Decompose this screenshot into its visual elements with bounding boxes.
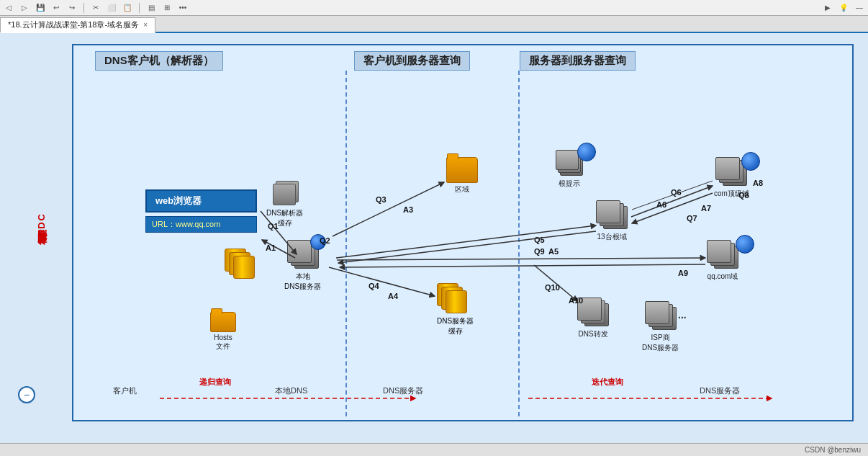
svg-text:A4: A4 <box>388 292 399 300</box>
browser-box: web浏览器 <box>145 189 257 213</box>
forward-icon[interactable]: ▷ <box>19 2 30 14</box>
svg-line-29 <box>534 265 577 301</box>
run-icon[interactable]: ▶ <box>822 2 833 14</box>
svg-text:Q9: Q9 <box>534 247 545 256</box>
svg-text:Q6: Q6 <box>671 188 682 197</box>
save-icon[interactable]: 💾 <box>35 2 46 14</box>
credit-text: CSDN @benziwu <box>805 446 861 454</box>
section-middle-header: 客户机到服务器查询 <box>354 51 470 71</box>
svg-text:A5: A5 <box>548 247 559 256</box>
bottom-label-dns-server: DNS服务器 <box>383 385 423 396</box>
root-13-server-icon: 13台根域 <box>596 200 628 242</box>
svg-text:A6: A6 <box>656 200 666 209</box>
back-icon[interactable]: ◁ <box>3 2 14 14</box>
minus-icon[interactable]: — <box>854 2 865 14</box>
zoom-out-button[interactable]: − <box>18 386 35 403</box>
active-tab[interactable]: *18.云计算战战课堂-第18章-域名服务 × <box>0 17 155 33</box>
bottom-label-client: 客户机 <box>113 385 137 396</box>
divider-left <box>345 71 347 416</box>
svg-text:A3: A3 <box>403 205 413 214</box>
svg-text:Q5: Q5 <box>534 236 545 244</box>
paste-icon[interactable]: 📋 <box>122 2 133 14</box>
com-globe-icon <box>741 152 760 171</box>
table-icon[interactable]: ⊞ <box>161 2 173 14</box>
bottom-label-local-dns: 本地DNS <box>275 385 307 396</box>
svg-line-22 <box>632 181 713 210</box>
svg-line-25 <box>337 258 705 260</box>
svg-text:Q10: Q10 <box>545 283 560 292</box>
svg-text:A8: A8 <box>753 179 763 187</box>
hosts-file-icon: Hosts文件 <box>210 312 236 352</box>
main-content: 甘肃制衡专的SNDC DNS客户机（解析器） 客户机到服务器查询 服务器到服务器… <box>0 33 868 443</box>
vertical-text: 甘肃制衡专的SNDC <box>35 213 48 254</box>
copy-icon[interactable]: ⬜ <box>106 2 117 14</box>
statusbar: CSDN @benziwu <box>0 443 868 456</box>
redo-icon[interactable]: ↪ <box>66 2 78 14</box>
browser-label: web浏览器 <box>155 195 202 206</box>
iterative-label: 迭代查询 <box>592 377 623 388</box>
svg-text:A7: A7 <box>701 204 711 213</box>
tabbar: *18.云计算战战课堂-第18章-域名服务 × <box>0 16 868 33</box>
dns-forwarder-icon: DNS转发 <box>577 298 609 339</box>
light-icon[interactable]: 💡 <box>838 2 849 14</box>
format-icon[interactable]: ▤ <box>145 2 157 14</box>
url-box: URL：www.qq.com <box>145 216 257 233</box>
tab-close-button[interactable]: × <box>143 21 148 29</box>
arrows-overlay: Q1 A1 Q2 Q3 A3 Q4 A4 Q5 A5 Q6 A6 <box>73 45 852 420</box>
resolver-cache-storage <box>225 249 255 280</box>
minus-icon: − <box>24 389 30 401</box>
more-icon[interactable]: ••• <box>177 2 189 14</box>
section-left-header: DNS客户机（解析器） <box>95 51 223 71</box>
svg-text:Q4: Q4 <box>369 282 380 290</box>
svg-line-14 <box>338 231 596 263</box>
isp-dns-server-icon: ISP商DNS服务器 <box>642 301 679 353</box>
undo-icon[interactable]: ↩ <box>50 2 62 14</box>
dns-resolver-cache-icon: DNS解析器缓存 <box>266 181 303 228</box>
tab-label: *18.云计算战战课堂-第18章-域名服务 <box>8 19 139 30</box>
zone-folder-icon: 区域 <box>446 157 478 195</box>
svg-text:A9: A9 <box>678 269 688 277</box>
cut-icon[interactable]: ✂ <box>90 2 101 14</box>
svg-line-27 <box>340 264 705 267</box>
svg-line-16 <box>631 186 713 217</box>
svg-text:A1: A1 <box>266 243 276 252</box>
bottom-label-dns-server2: DNS服务器 <box>700 385 740 396</box>
svg-text:Q3: Q3 <box>376 195 386 204</box>
svg-line-12 <box>336 225 596 258</box>
recursive-label: 递归查询 <box>199 377 231 388</box>
diagram-container: DNS客户机（解析器） 客户机到服务器查询 服务器到服务器查询 web浏览器 U… <box>72 44 854 421</box>
section-right-header: 服务器到服务器查询 <box>520 51 636 71</box>
url-label: URL：www.qq.com <box>152 220 220 228</box>
toolbar: ◁ ▷ 💾 ↩ ↪ ✂ ⬜ 📋 ▤ ⊞ ••• ▶ 💡 — <box>0 0 868 16</box>
left-vertical-label: 甘肃制衡专的SNDC <box>11 44 72 421</box>
divider-right <box>518 71 520 416</box>
svg-text:Q7: Q7 <box>687 214 697 223</box>
dns-cache-icon: DNS服务器缓存 <box>437 283 474 336</box>
ellipsis: ··· <box>678 312 687 323</box>
svg-line-6 <box>333 182 444 236</box>
qq-com-server-icon: qq.com域 <box>707 240 738 282</box>
qq-globe-icon <box>736 235 754 254</box>
local-dns-server-icon: 本地DNS服务器 <box>284 240 321 292</box>
svg-line-19 <box>632 193 713 223</box>
root-globe-icon <box>577 143 596 161</box>
